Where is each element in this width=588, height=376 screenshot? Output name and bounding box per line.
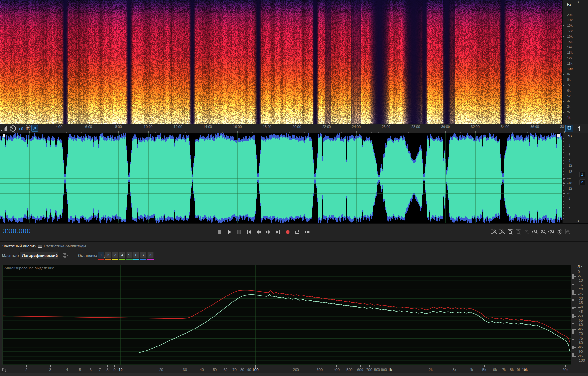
chart-x-tick [26,365,27,367]
chart-y-label: -5 [578,274,581,278]
transport-buttons [216,229,311,235]
hold-frame-button-1[interactable]: 1 [98,252,104,258]
chart-x-tick [50,365,51,367]
spectrogram-ruler-tick [563,20,564,20]
waveform-ruler-minor-tick [563,152,564,153]
chart-y-tick [572,328,574,328]
channel-1-button[interactable]: 1 [579,172,585,177]
panel-menu-icon[interactable] [38,245,42,248]
chart-y-tick [572,350,574,350]
scale-dropdown[interactable]: Логарифмический [19,252,58,259]
zoom-in-right-selection-button[interactable] [540,229,546,235]
status-bar [0,373,588,376]
hold-frame-button-7[interactable]: 7 [140,252,146,258]
hold-frame-button-4[interactable]: 4 [119,252,125,258]
chart-y-tick [572,291,574,292]
skip-selection-button[interactable] [304,229,311,235]
zoom-in-amplitude-button[interactable] [491,229,497,235]
gain-value[interactable]: +0dB [19,126,30,131]
chart-x-label: 3 [49,368,51,372]
zoom-full-amplitude-button[interactable] [564,229,571,235]
pause-button[interactable] [236,229,242,235]
channel-2-button[interactable]: 2 [579,179,585,185]
chart-x-label: 7 [99,368,101,372]
waveform-ruler-label: -12 [567,163,572,167]
gain-knob-icon[interactable] [9,125,16,132]
rewind-button[interactable] [255,229,262,235]
zoom-in-time-button[interactable] [507,229,514,235]
frequency-chart-plot[interactable] [0,264,588,373]
waveform-ruler-tick [563,208,565,208]
play-button[interactable] [226,229,233,235]
scale-dropdown-value: Логарифмический [22,253,58,258]
tab-amplitude-statistics-label: Статистика Амплитуды [44,244,86,248]
gain-hud: +0dB [1,124,30,133]
waveform-ruler-tick [563,172,565,172]
chart-y-tick [572,326,574,326]
add-marker-button[interactable] [575,125,583,132]
collapse-down-icon[interactable]: ▴ [578,219,579,222]
zoom-to-selection-button[interactable] [548,229,554,235]
zoom-out-time-button[interactable] [515,229,522,235]
spectrogram-ruler-tick [563,91,564,91]
spectrogram-ruler-tick [563,80,564,80]
hold-frame-color-bar [126,259,133,260]
loop-playback-button[interactable] [294,229,301,235]
chart-y-tick [572,329,576,330]
waveform-display[interactable] [0,133,562,223]
stop-button[interactable] [216,229,223,235]
record-button[interactable] [284,229,291,235]
chart-x-tick [350,365,350,367]
chart-y-tick [572,297,574,297]
waveform-ruler-minor-tick [563,143,564,143]
hold-frame-color-bar [112,259,118,260]
spectrogram-display[interactable] [0,0,562,124]
chart-x-tick [242,365,242,367]
chart-y-tick [572,282,574,282]
waveform-ruler-minor-tick [563,171,564,172]
time-display[interactable]: 0:00.000 [3,227,31,235]
hold-frame-button-8[interactable]: 8 [147,252,154,258]
skip-selection-icon [304,229,311,235]
chart-x-label: 2 [25,368,27,372]
tab-frequency-analysis[interactable]: Частотный анализ [2,243,43,251]
skip-to-end-button[interactable] [275,229,281,235]
spectrogram-ruler-tick [563,112,564,113]
hold-frame-button-5[interactable]: 5 [126,252,133,258]
chart-y-tick [572,324,574,324]
fast-forward-button[interactable] [265,229,272,235]
selection-handle-right[interactable] [557,134,560,137]
chart-y-tick [572,333,574,334]
chart-y-tick [572,327,574,327]
zoom-out-full-button[interactable] [524,229,530,235]
zoom-in-left-selection-button[interactable] [532,229,538,235]
hold-frame-button-3[interactable]: 3 [112,252,118,258]
zoom-out-amplitude-button[interactable] [499,229,505,235]
zoom-reset-history-button[interactable] [556,229,563,235]
chart-y-label: -55 [578,318,583,322]
chart-x-label: 10 [119,368,123,372]
timeline-ruler[interactable]: 2:004:006:008:0010:0012:0014:0016:0018:0… [0,124,588,134]
hud-pin-button[interactable] [31,125,38,132]
chart-y-label: -35 [578,301,583,305]
selection-handle-left[interactable] [3,134,5,137]
chart-x-tick [390,365,390,368]
chart-y-label: -85 [578,345,583,349]
zoom-out-time-icon [515,229,522,235]
skip-to-start-button[interactable] [245,229,252,235]
chart-x-label: 50 [213,368,217,372]
chart-y-tick [572,359,574,359]
copy-data-button[interactable] [62,252,68,259]
collapse-up-icon[interactable]: ▾ [578,1,579,3]
spectrogram-ruler-label: 10k [567,67,573,71]
timeline-label: 28:00 [411,125,420,129]
chart-x-tick [255,365,256,368]
tab-amplitude-statistics[interactable]: Статистика Амплитуды [43,243,87,250]
snap-toggle-button[interactable] [565,125,573,132]
hold-frame-button-6[interactable]: 6 [133,252,139,258]
waveform-ruler-minor-tick [563,140,564,140]
chart-y-tick [572,285,576,285]
waveform-ruler-minor-tick [563,145,564,145]
chart-x-tick [369,365,370,367]
hold-frame-button-2[interactable]: 2 [105,252,111,258]
